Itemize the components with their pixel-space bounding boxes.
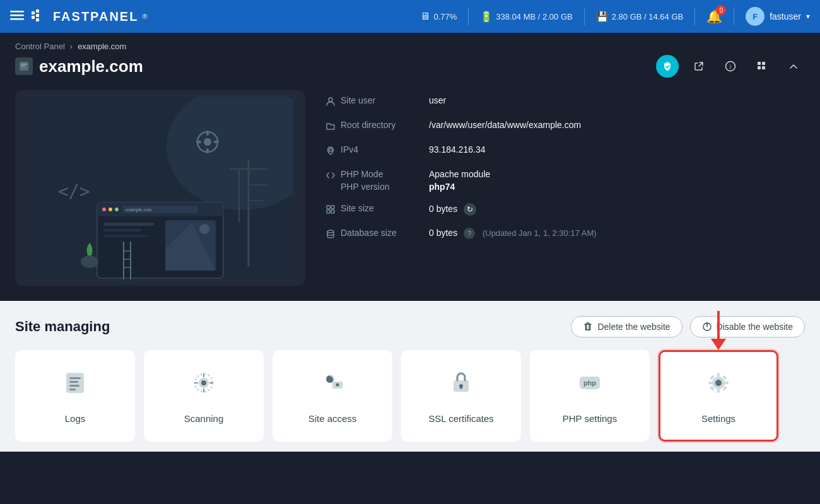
card-ssl-label: SSL certificates: [428, 413, 494, 424]
svg-rect-81: [717, 373, 720, 377]
menu-icon[interactable]: [10, 8, 24, 25]
page-header: Control Panel › example.com example.com …: [0, 33, 820, 84]
svg-point-51: [329, 98, 332, 102]
db-icon: [325, 229, 341, 241]
svg-rect-4: [32, 16, 35, 19]
site-size-value: 0 bytes ↻: [429, 203, 805, 216]
red-arrow-line: [717, 311, 720, 339]
settings-icon: [703, 368, 734, 404]
site-user-row: Site user user: [325, 95, 805, 108]
php-row: PHP Mode PHP version Apache module php74: [325, 169, 805, 192]
card-logs[interactable]: Logs: [15, 350, 135, 442]
divider-4: [734, 8, 734, 25]
svg-text:example.com: example.com: [126, 208, 152, 213]
card-settings-wrapper: Settings: [659, 350, 778, 442]
page-actions: i: [656, 55, 805, 78]
site-title: example.com: [39, 57, 143, 76]
svg-rect-24: [196, 141, 201, 143]
divider-1: [468, 8, 469, 25]
help-db-size-button[interactable]: ?: [464, 228, 475, 239]
svg-rect-14: [762, 62, 765, 65]
svg-rect-13: [758, 62, 761, 65]
svg-rect-62: [69, 385, 79, 387]
navbar: FASTPANEL® 🖥 0.77% 🔋 338.04 MB / 2.00 GB…: [0, 0, 820, 33]
user-menu[interactable]: F fastuser ▾: [746, 7, 810, 26]
svg-rect-36: [103, 235, 148, 237]
red-arrow-head: [711, 339, 726, 350]
disable-website-button[interactable]: Disable the website: [690, 316, 805, 337]
svg-rect-35: [103, 229, 141, 231]
svg-rect-82: [717, 389, 720, 393]
svg-rect-76: [460, 386, 462, 389]
notification-bell[interactable]: 🔔 0: [706, 9, 722, 24]
page-title-row: example.com i: [15, 55, 805, 78]
svg-text:</>: </>: [58, 181, 90, 202]
external-link-icon[interactable]: [688, 55, 710, 78]
ipv4-value: 93.184.216.34: [429, 144, 805, 155]
divider-2: [584, 8, 585, 25]
breadcrumb-current: example.com: [78, 42, 126, 51]
svg-rect-2: [10, 18, 24, 20]
red-arrow-indicator: [711, 311, 726, 350]
root-dir-row: Root directory /var/www/user/data/www/ex…: [325, 120, 805, 133]
site-managing-header: Site managing Delete the website Disable…: [15, 316, 805, 337]
navbar-stats: 🖥 0.77% 🔋 338.04 MB / 2.00 GB 💾 2.80 GB …: [420, 7, 810, 26]
ipv4-label: IPv4: [341, 144, 429, 155]
ssl-status-icon[interactable]: [656, 55, 679, 78]
divider-3: [694, 8, 695, 25]
svg-rect-0: [10, 11, 24, 13]
svg-rect-83: [708, 382, 713, 384]
svg-rect-84: [724, 382, 729, 384]
logs-icon: [60, 368, 90, 404]
svg-rect-3: [32, 11, 35, 15]
svg-point-40: [81, 255, 98, 268]
collapse-icon[interactable]: [782, 55, 805, 78]
chevron-down-icon: ▾: [806, 12, 810, 21]
grid-icon[interactable]: [751, 55, 773, 78]
svg-rect-61: [69, 381, 78, 383]
svg-rect-15: [758, 66, 761, 69]
refresh-site-size-button[interactable]: ↻: [464, 203, 476, 216]
cpu-stat: 🖥 0.77%: [420, 11, 457, 22]
svg-point-57: [327, 230, 334, 233]
card-scanning[interactable]: Scanning: [144, 350, 264, 442]
db-size-updated: (Updated Jan 1, 1, 2:30:17 AM): [483, 228, 597, 238]
disk-stat: 💾 2.80 GB / 14.64 GB: [596, 11, 683, 23]
card-site-access[interactable]: Site access: [272, 350, 392, 442]
user-icon: [325, 97, 341, 108]
svg-rect-25: [214, 141, 219, 143]
svg-point-30: [108, 208, 112, 211]
card-settings[interactable]: Settings: [659, 350, 778, 442]
root-dir-value: /var/www/user/data/www/example.com: [429, 120, 805, 130]
info-icon[interactable]: i: [719, 55, 742, 78]
ipv4-row: IPv4 93.184.216.34: [325, 144, 805, 158]
svg-rect-6: [36, 14, 39, 17]
svg-rect-16: [762, 66, 765, 69]
site-details: Site user user Root directory /var/www/u…: [325, 90, 805, 286]
svg-rect-9: [21, 64, 27, 65]
site-size-label: Site size: [341, 203, 429, 213]
card-php[interactable]: php PHP settings: [530, 350, 650, 442]
site-icon: [15, 57, 33, 75]
dark-section: Control Panel › example.com example.com …: [0, 33, 820, 301]
card-php-label: PHP settings: [563, 413, 617, 424]
scanning-icon: [189, 368, 219, 404]
disk-icon: 💾: [596, 11, 609, 23]
location-icon: [325, 146, 341, 158]
svg-rect-10: [21, 66, 25, 67]
breadcrumb: Control Panel › example.com: [15, 42, 805, 51]
svg-rect-56: [331, 210, 334, 213]
breadcrumb-parent[interactable]: Control Panel: [15, 42, 65, 51]
card-scanning-label: Scanning: [184, 413, 224, 424]
delete-website-button[interactable]: Delete the website: [571, 316, 682, 337]
logo-text: FASTPANEL: [53, 9, 138, 24]
svg-rect-63: [69, 389, 76, 390]
ram-stat: 🔋 338.04 MB / 2.00 GB: [480, 11, 572, 23]
disk-value: 2.80 GB / 14.64 GB: [612, 12, 683, 21]
svg-point-21: [204, 138, 211, 146]
cards-grid: Logs Scanning Site access: [15, 350, 805, 442]
card-ssl[interactable]: SSL certificates: [401, 350, 521, 442]
db-size-label: Database size: [341, 228, 429, 238]
notification-badge: 0: [716, 5, 726, 15]
site-managing-section: Site managing Delete the website Disable…: [0, 301, 820, 452]
